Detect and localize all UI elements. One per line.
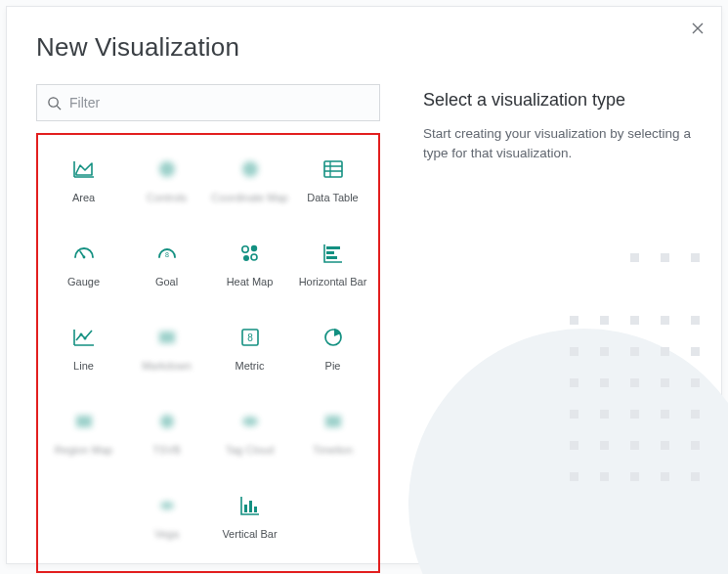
close-button[interactable] bbox=[688, 19, 707, 38]
viz-tile-heat-map[interactable]: Heat Map bbox=[208, 229, 291, 313]
viz-tile-data-table[interactable]: Data Table bbox=[291, 145, 374, 229]
svg-point-4 bbox=[82, 256, 85, 259]
coordinate-map-icon bbox=[236, 155, 265, 184]
data-table-icon bbox=[319, 155, 348, 184]
tag-cloud-icon bbox=[236, 407, 265, 436]
svg-point-6 bbox=[241, 246, 247, 252]
visualization-grid: Area Controls Coordinate Map bbox=[42, 145, 374, 565]
svg-point-1 bbox=[159, 161, 175, 177]
svg-rect-22 bbox=[325, 416, 341, 427]
line-chart-icon bbox=[69, 323, 99, 352]
viz-tile-tsvb[interactable]: TSVB bbox=[125, 397, 208, 481]
gauge-icon bbox=[69, 239, 99, 268]
viz-label: Controls bbox=[147, 192, 187, 203]
svg-point-0 bbox=[49, 97, 58, 106]
horizontal-bar-icon bbox=[319, 239, 348, 268]
metric-icon: 8 bbox=[236, 323, 265, 352]
pie-chart-icon bbox=[319, 323, 348, 352]
timelion-icon bbox=[319, 407, 348, 436]
viz-tile-coordinate-map[interactable]: Coordinate Map bbox=[208, 145, 291, 229]
close-icon bbox=[692, 22, 704, 34]
svg-rect-3 bbox=[324, 161, 342, 177]
markdown-icon bbox=[152, 323, 182, 352]
svg-point-23 bbox=[160, 502, 174, 509]
svg-text:8: 8 bbox=[165, 251, 169, 258]
area-chart-icon bbox=[69, 155, 99, 184]
svg-point-8 bbox=[243, 255, 249, 261]
viz-label: Tag Cloud bbox=[226, 444, 275, 456]
region-map-icon bbox=[69, 407, 99, 436]
svg-point-14 bbox=[83, 337, 86, 340]
viz-tile-controls[interactable]: Controls bbox=[125, 145, 208, 229]
viz-tile-goal[interactable]: 8 Goal bbox=[125, 229, 208, 313]
viz-label: Line bbox=[73, 360, 94, 372]
viz-tile-vertical-bar[interactable]: Vertical Bar bbox=[208, 481, 291, 565]
viz-tile-line[interactable]: Line bbox=[42, 313, 125, 397]
svg-point-7 bbox=[250, 245, 256, 251]
viz-label: Area bbox=[72, 192, 95, 203]
svg-rect-26 bbox=[254, 507, 257, 512]
svg-rect-24 bbox=[244, 505, 247, 512]
tsvb-icon bbox=[152, 407, 182, 436]
viz-tile-timelion[interactable]: Timelion bbox=[291, 397, 374, 481]
viz-tile-area[interactable]: Area bbox=[42, 145, 125, 229]
goal-icon: 8 bbox=[152, 239, 182, 268]
svg-rect-25 bbox=[249, 501, 252, 512]
viz-label: Metric bbox=[236, 360, 265, 372]
viz-label: Timelion bbox=[313, 444, 353, 456]
visualization-grid-highlight: Area Controls Coordinate Map bbox=[36, 133, 380, 573]
viz-tile-metric[interactable]: 8 Metric bbox=[208, 313, 291, 397]
viz-label: Coordinate Map bbox=[211, 192, 287, 203]
svg-rect-12 bbox=[326, 256, 337, 259]
svg-text:8: 8 bbox=[247, 332, 253, 343]
viz-label: Pie bbox=[325, 360, 341, 372]
viz-tile-region-map[interactable]: Region Map bbox=[42, 397, 125, 481]
viz-label: Gauge bbox=[67, 276, 100, 287]
viz-label: Markdown bbox=[142, 360, 192, 372]
viz-label: Goal bbox=[155, 276, 178, 287]
viz-label: Vega bbox=[154, 528, 179, 540]
viz-tile-tag-cloud[interactable]: Tag Cloud bbox=[208, 397, 291, 481]
search-icon bbox=[47, 96, 62, 110]
side-heading: Select a visualization type bbox=[423, 90, 692, 110]
new-visualization-modal: New Visualization Area bbox=[6, 6, 722, 564]
svg-rect-11 bbox=[326, 251, 334, 254]
viz-tile-horizontal-bar[interactable]: Horizontal Bar bbox=[291, 229, 374, 313]
svg-point-13 bbox=[79, 333, 82, 336]
viz-tile-vega[interactable]: Vega bbox=[125, 481, 208, 565]
viz-label: Region Map bbox=[55, 444, 112, 456]
vega-icon bbox=[152, 491, 182, 520]
side-description: Start creating your visualization by sel… bbox=[423, 124, 692, 164]
svg-point-21 bbox=[242, 417, 258, 426]
vertical-bar-icon bbox=[236, 491, 265, 520]
svg-rect-10 bbox=[326, 246, 340, 249]
controls-icon bbox=[152, 155, 182, 184]
filter-input[interactable] bbox=[69, 95, 369, 110]
filter-field[interactable] bbox=[36, 84, 380, 121]
svg-point-2 bbox=[242, 161, 258, 177]
viz-label: Vertical Bar bbox=[222, 528, 277, 540]
viz-label: Data Table bbox=[307, 192, 358, 203]
viz-label: Heat Map bbox=[227, 276, 274, 287]
viz-tile-gauge[interactable]: Gauge bbox=[42, 229, 125, 313]
svg-point-9 bbox=[251, 254, 257, 260]
heat-map-icon bbox=[236, 239, 265, 268]
viz-label: TSVB bbox=[152, 444, 181, 456]
viz-label: Horizontal Bar bbox=[299, 276, 367, 287]
viz-tile-pie[interactable]: Pie bbox=[291, 313, 374, 397]
svg-point-20 bbox=[160, 415, 174, 428]
modal-title: New Visualization bbox=[36, 32, 692, 63]
viz-tile-markdown[interactable]: Markdown bbox=[125, 313, 208, 397]
svg-rect-15 bbox=[159, 331, 175, 343]
svg-rect-19 bbox=[76, 416, 92, 427]
